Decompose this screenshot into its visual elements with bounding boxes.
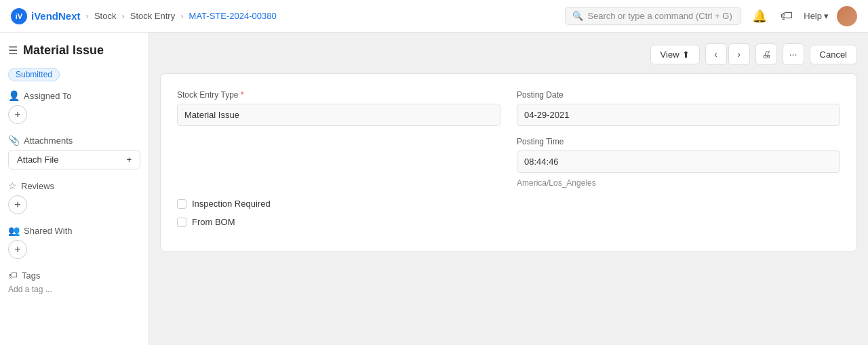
inspection-required-checkbox[interactable] [177,199,186,209]
posting-date-label: Posting Date [517,90,840,100]
attach-file-plus-icon: + [126,155,132,165]
reviews-title: ☆ Reviews [8,180,140,191]
assigned-to-title: 👤 Assigned To [8,90,140,101]
breadcrumb-sep-1: › [86,11,89,21]
assigned-to-section: 👤 Assigned To + [8,90,140,124]
add-assignee-button[interactable]: + [8,105,27,124]
reviews-section: ☆ Reviews + [8,180,140,214]
page-title: Material Issue [23,43,104,58]
notifications-button[interactable]: 🔔 [749,6,770,26]
person-icon: 👤 [8,90,20,101]
posting-date-group: Posting Date 04-29-2021 [517,90,840,126]
page-layout: ☰ Material Issue Submitted 👤 Assigned To… [0,33,868,345]
breadcrumb-sep-3: › [180,11,183,21]
topbar-right: 🔍 Search or type a command (Ctrl + G) 🔔 … [565,6,857,26]
page-title-row: ☰ Material Issue [8,43,140,63]
stock-entry-type-label: Stock Entry Type * [177,90,500,100]
attachments-label: Attachments [24,136,73,146]
breadcrumb-current: MAT-STE-2024-00380 [189,11,277,21]
stock-entry-type-group: Stock Entry Type * Material Issue [177,90,500,126]
form-card: Stock Entry Type * Material Issue Postin… [160,73,857,252]
shared-with-label: Shared With [24,226,73,236]
posting-time-input[interactable]: 08:44:46 [517,150,840,173]
tag-icon: 🏷 [8,270,18,281]
inspection-required-row: Inspection Required [177,199,840,209]
help-label: Help [804,11,822,21]
tags-section: 🏷 Tags Add a tag ... [8,270,140,294]
add-shared-button[interactable]: + [8,240,27,259]
tags-button[interactable]: 🏷 [778,6,795,26]
breadcrumb-stock-entry[interactable]: Stock Entry [130,11,175,21]
brand[interactable]: iV iVendNext [11,8,81,24]
timezone-text: America/Los_Angeles [517,178,840,188]
attach-file-button[interactable]: Attach File + [8,150,140,169]
attach-file-label: Attach File [17,155,58,165]
required-star: * [241,90,244,100]
print-button[interactable]: 🖨 [755,43,777,65]
view-chevron-icon: ⬆ [682,49,690,60]
help-chevron-icon: ▾ [824,11,829,21]
topbar: iV iVendNext › Stock › Stock Entry › MAT… [0,0,868,33]
status-badge: Submitted [8,68,60,81]
nav-arrows: ‹ › [705,43,750,65]
paperclip-icon: 📎 [8,135,20,146]
from-bom-checkbox[interactable] [177,218,186,227]
inspection-required-label: Inspection Required [192,199,271,209]
posting-date-input[interactable]: 04-29-2021 [517,104,840,126]
search-bar[interactable]: 🔍 Search or type a command (Ctrl + G) [565,7,741,25]
form-row-2: Posting Time 08:44:46 America/Los_Angele… [177,137,840,188]
empty-left [177,137,500,188]
avatar[interactable] [837,6,857,26]
form-row-1: Stock Entry Type * Material Issue Postin… [177,90,840,126]
search-placeholder-text: Search or type a command (Ctrl + G) [587,11,732,21]
help-button[interactable]: Help ▾ [804,11,829,21]
share-icon: 👥 [8,225,20,236]
sidebar: ☰ Material Issue Submitted 👤 Assigned To… [0,33,149,345]
shared-with-title: 👥 Shared With [8,225,140,236]
posting-time-group: Posting Time 08:44:46 America/Los_Angele… [517,137,840,188]
tags-label: Tags [22,270,40,281]
view-button[interactable]: View ⬆ [650,45,700,64]
shared-with-section: 👥 Shared With + [8,225,140,259]
reviews-label: Reviews [21,181,54,191]
posting-time-label: Posting Time [517,137,840,146]
attachments-title: 📎 Attachments [8,135,140,146]
from-bom-row: From BOM [177,217,840,227]
cancel-button[interactable]: Cancel [810,45,857,64]
add-review-button[interactable]: + [8,195,27,214]
breadcrumb-sep-2: › [121,11,124,21]
brand-icon: iV [11,8,27,24]
assigned-to-label: Assigned To [24,91,72,101]
from-bom-label: From BOM [192,217,235,227]
tags-title: 🏷 Tags [8,270,140,281]
prev-button[interactable]: ‹ [705,43,727,65]
menu-icon[interactable]: ☰ [8,44,18,57]
next-button[interactable]: › [728,43,750,65]
breadcrumb-stock[interactable]: Stock [94,11,117,21]
more-options-button[interactable]: ··· [783,43,804,65]
add-tag-link[interactable]: Add a tag ... [8,285,140,294]
attachments-section: 📎 Attachments Attach File + [8,135,140,169]
star-icon: ☆ [8,180,17,191]
view-label: View [660,49,679,60]
main-content: View ⬆ ‹ › 🖨 ··· Cancel Stock Entry Type… [149,33,868,345]
stock-entry-type-input[interactable]: Material Issue [177,104,500,126]
brand-label: iVendNext [31,10,81,22]
search-icon: 🔍 [572,11,583,21]
action-bar: View ⬆ ‹ › 🖨 ··· Cancel [160,43,857,65]
